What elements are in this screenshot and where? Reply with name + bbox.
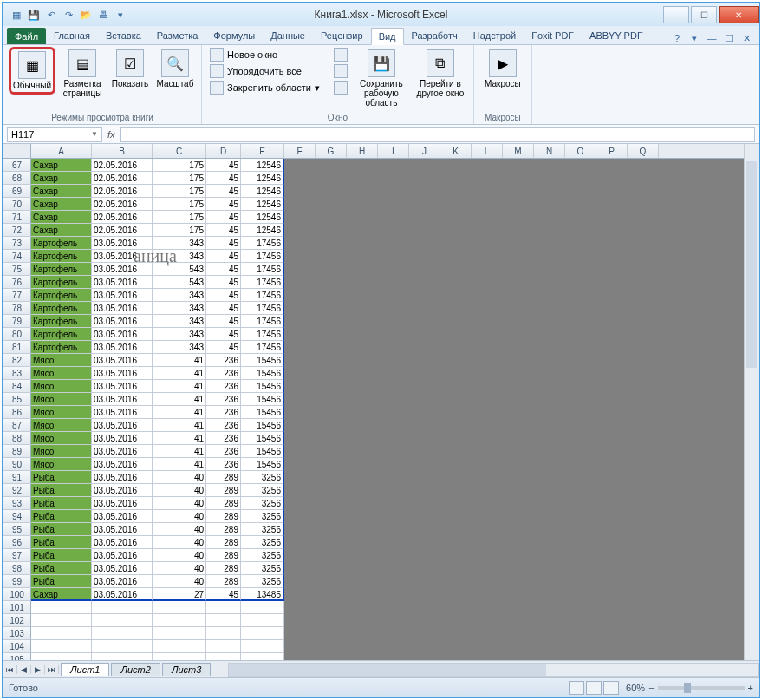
cell[interactable]: 15456 (241, 393, 284, 406)
cell[interactable]: Рыба (31, 575, 92, 588)
cell[interactable]: 15456 (241, 367, 284, 380)
excel-icon[interactable]: ▦ (9, 7, 24, 23)
cell[interactable] (206, 627, 241, 640)
row-header[interactable]: 94 (3, 510, 31, 523)
cell[interactable]: 45 (206, 276, 241, 289)
cell[interactable] (241, 640, 284, 653)
cell[interactable] (31, 601, 92, 614)
cell[interactable]: Сахар (31, 211, 92, 224)
cell[interactable]: 45 (206, 198, 241, 211)
cell[interactable]: 02.05.2016 (92, 211, 153, 224)
cell[interactable]: 13485 (241, 588, 284, 601)
name-box[interactable]: H117 ▼ (7, 127, 102, 142)
new-window-button[interactable]: Новое окно (207, 47, 322, 62)
minimize-button[interactable]: — (663, 6, 689, 23)
row-header[interactable]: 81 (3, 341, 31, 354)
open-icon[interactable]: 📂 (78, 7, 94, 23)
cell[interactable]: 17456 (241, 302, 284, 315)
cell[interactable]: 41 (153, 445, 206, 458)
last-sheet-icon[interactable]: ⏭ (45, 665, 59, 674)
cell[interactable]: 17456 (241, 341, 284, 354)
cell[interactable]: Мясо (31, 406, 92, 419)
cell[interactable]: Мясо (31, 380, 92, 393)
cell[interactable]: 343 (153, 302, 206, 315)
cell[interactable]: 45 (206, 185, 241, 198)
col-header-I[interactable]: I (378, 144, 409, 158)
cell[interactable]: 175 (153, 224, 206, 237)
cell[interactable] (153, 640, 206, 653)
cell[interactable]: 03.05.2016 (92, 393, 153, 406)
cell[interactable] (241, 627, 284, 640)
row-header[interactable]: 79 (3, 315, 31, 328)
cell[interactable]: 45 (206, 224, 241, 237)
cell[interactable]: Сахар (31, 159, 92, 172)
cell[interactable]: Рыба (31, 549, 92, 562)
cell[interactable]: 03.05.2016 (92, 263, 153, 276)
cell[interactable] (31, 640, 92, 653)
col-header-K[interactable]: K (440, 144, 472, 158)
cell[interactable]: Картофель (31, 276, 92, 289)
cell[interactable]: Картофель (31, 263, 92, 276)
undo-icon[interactable]: ↶ (43, 7, 59, 23)
cell[interactable] (206, 614, 241, 627)
page-break-view-icon[interactable] (603, 681, 619, 695)
cell[interactable]: 15456 (241, 445, 284, 458)
tab-надстрой[interactable]: Надстрой (466, 27, 524, 44)
cell[interactable]: 289 (206, 510, 241, 523)
cell[interactable]: 02.05.2016 (92, 198, 153, 211)
cell[interactable]: 543 (153, 263, 206, 276)
doc-min-icon[interactable]: — (705, 33, 719, 44)
row-header[interactable]: 80 (3, 328, 31, 341)
cell[interactable]: 40 (153, 575, 206, 588)
cell[interactable]: Мясо (31, 432, 92, 445)
cell[interactable]: 45 (206, 289, 241, 302)
cell[interactable]: 3256 (241, 523, 284, 536)
cell[interactable]: 03.05.2016 (92, 302, 153, 315)
cell[interactable]: Рыба (31, 497, 92, 510)
col-header-P[interactable]: P (596, 144, 628, 158)
cell[interactable]: 175 (153, 172, 206, 185)
cell[interactable]: 236 (206, 380, 241, 393)
tab-foxit pdf[interactable]: Foxit PDF (524, 27, 582, 44)
cell[interactable]: Мясо (31, 354, 92, 367)
cell[interactable]: 3256 (241, 484, 284, 497)
cell[interactable]: 45 (206, 328, 241, 341)
help-icon[interactable]: ? (670, 33, 684, 44)
col-header-C[interactable]: C (153, 144, 206, 158)
cell[interactable]: 45 (206, 211, 241, 224)
page-layout-view-icon[interactable] (586, 681, 602, 695)
tab-формулы[interactable]: Формулы (205, 27, 263, 44)
grid-rows[interactable]: 67Сахар02.05.2016175451254668Сахар02.05.… (3, 159, 759, 660)
cell[interactable]: 03.05.2016 (92, 315, 153, 328)
cell[interactable]: 289 (206, 536, 241, 549)
cell[interactable]: 03.05.2016 (92, 276, 153, 289)
row-header[interactable]: 90 (3, 458, 31, 471)
cell[interactable]: 3256 (241, 562, 284, 575)
cell[interactable]: Картофель (31, 250, 92, 263)
cell[interactable]: 289 (206, 484, 241, 497)
cell[interactable]: 03.05.2016 (92, 406, 153, 419)
tab-разметка[interactable]: Разметка (149, 27, 206, 44)
cell[interactable]: Рыба (31, 562, 92, 575)
row-header[interactable]: 93 (3, 497, 31, 510)
horizontal-scrollbar[interactable] (228, 663, 759, 677)
select-all-corner[interactable] (3, 144, 31, 158)
cell[interactable] (241, 614, 284, 627)
tab-данные[interactable]: Данные (263, 27, 313, 44)
cell[interactable]: 45 (206, 172, 241, 185)
cell[interactable]: 03.05.2016 (92, 341, 153, 354)
cell[interactable]: Картофель (31, 328, 92, 341)
cell[interactable]: 03.05.2016 (92, 471, 153, 484)
cell[interactable] (31, 627, 92, 640)
row-header[interactable]: 91 (3, 471, 31, 484)
row-header[interactable]: 68 (3, 172, 31, 185)
zoom-button[interactable]: 🔍 Масштаб (154, 47, 196, 91)
row-header[interactable]: 73 (3, 237, 31, 250)
fx-icon[interactable]: fx (107, 129, 115, 140)
cell[interactable]: 03.05.2016 (92, 575, 153, 588)
chevron-down-icon[interactable]: ▼ (91, 130, 98, 138)
formula-input[interactable] (120, 127, 755, 142)
cell[interactable]: 41 (153, 419, 206, 432)
cell[interactable]: Картофель (31, 302, 92, 315)
cell[interactable]: 343 (153, 315, 206, 328)
